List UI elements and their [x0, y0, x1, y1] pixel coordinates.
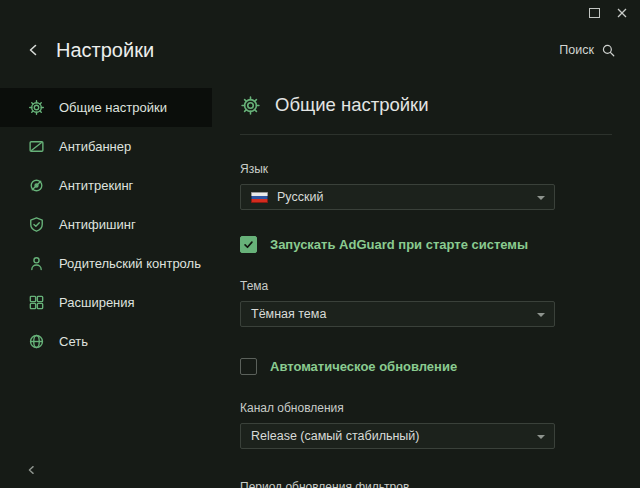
back-button[interactable] [24, 40, 44, 60]
sidebar-item-parental-control[interactable]: Родительский контроль [0, 244, 212, 283]
filters-update-period-label: Период обновления фильтров [240, 480, 612, 488]
autostart-checkbox-row[interactable]: Запускать AdGuard при старте системы [240, 236, 612, 253]
gear-icon [240, 95, 261, 116]
window-controls [588, 7, 628, 19]
antibanner-icon [28, 138, 45, 155]
antitracking-icon [28, 177, 45, 194]
language-select[interactable]: Русский [240, 184, 555, 210]
chevron-down-icon [537, 435, 545, 439]
body: Общие настройки Антибаннер [0, 74, 640, 488]
search-icon [601, 43, 616, 58]
header: Настройки Поиск [0, 26, 640, 74]
update-channel-label: Канал обновления [240, 401, 612, 415]
sidebar-item-label: Родительский контроль [59, 256, 201, 271]
search-button[interactable]: Поиск [559, 43, 616, 58]
collapse-sidebar-button[interactable] [24, 462, 40, 478]
autostart-checkbox[interactable] [240, 236, 257, 253]
theme-label: Тема [240, 279, 612, 293]
russian-flag-icon [251, 192, 268, 203]
page-title: Настройки [56, 39, 154, 62]
theme-select-value: Тёмная тема [251, 307, 326, 321]
search-label: Поиск [559, 43, 594, 57]
sidebar-item-extensions[interactable]: Расширения [0, 283, 212, 322]
sidebar-item-antiphishing[interactable]: Антифишинг [0, 205, 212, 244]
sidebar-item-label: Сеть [59, 334, 88, 349]
sidebar-item-label: Общие настройки [59, 100, 167, 115]
collapse-chevron-icon [26, 464, 38, 476]
maximize-icon [589, 8, 600, 18]
autostart-checkbox-label: Запускать AdGuard при старте системы [270, 237, 528, 252]
general-settings-panel: Общие настройки Язык Русский Запускать A… [212, 74, 640, 488]
sidebar: Общие настройки Антибаннер [0, 74, 212, 488]
adguard-settings-window: Настройки Поиск [0, 0, 640, 488]
language-select-value: Русский [277, 190, 323, 204]
sidebar-item-general[interactable]: Общие настройки [0, 88, 212, 127]
sidebar-item-antitracking[interactable]: Антитрекинг [0, 166, 212, 205]
gear-icon [28, 99, 45, 116]
section-title-text: Общие настройки [275, 94, 429, 116]
titlebar [0, 0, 640, 26]
language-label: Язык [240, 162, 612, 176]
sidebar-item-label: Антифишинг [59, 217, 136, 232]
sidebar-item-label: Антибаннер [59, 139, 131, 154]
section-title: Общие настройки [240, 94, 612, 116]
autoupdate-checkbox[interactable] [240, 358, 257, 375]
chevron-down-icon [537, 313, 545, 317]
close-icon [617, 8, 627, 18]
update-channel-select[interactable]: Release (самый стабильный) [240, 423, 555, 449]
extensions-grid-icon [28, 294, 45, 311]
chevron-down-icon [537, 196, 545, 200]
update-channel-select-value: Release (самый стабильный) [251, 429, 420, 443]
sidebar-item-network[interactable]: Сеть [0, 322, 212, 361]
parental-control-icon [28, 255, 45, 272]
sidebar-item-antibanner[interactable]: Антибаннер [0, 127, 212, 166]
checkmark-icon [243, 239, 254, 250]
sidebar-item-label: Расширения [59, 295, 135, 310]
sidebar-item-label: Антитрекинг [59, 178, 133, 193]
section-divider [240, 134, 612, 135]
theme-select[interactable]: Тёмная тема [240, 301, 555, 327]
maximize-button[interactable] [588, 7, 600, 19]
shield-icon [28, 216, 45, 233]
back-chevron-icon [26, 42, 42, 58]
autoupdate-checkbox-label: Автоматическое обновление [270, 359, 457, 374]
autoupdate-checkbox-row[interactable]: Автоматическое обновление [240, 358, 612, 375]
close-button[interactable] [616, 7, 628, 19]
globe-icon [28, 333, 45, 350]
